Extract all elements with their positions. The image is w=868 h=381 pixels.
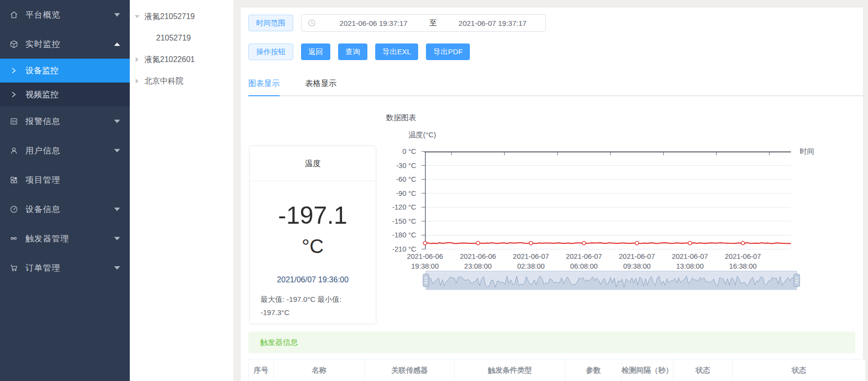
tab-table-view[interactable]: 表格显示 xyxy=(305,79,336,96)
caret-down-icon xyxy=(114,208,120,211)
content-card: 时间范围 2021-06-06 19:37:17 至 2021-06-07 19… xyxy=(240,7,864,381)
sidebar-item-trigger-mgmt[interactable]: 触发器管理 xyxy=(0,224,130,253)
realtime-submenu: 设备监控 视频监控 xyxy=(0,59,130,106)
datetime-range-input[interactable]: 2021-06-06 19:37:17 至 2021-06-07 19:37:1… xyxy=(301,14,546,32)
table-header-cell: 关联传感器 xyxy=(365,360,455,381)
time-range-row: 时间范围 2021-06-06 19:37:17 至 2021-06-07 19… xyxy=(248,14,863,32)
table-header-cell: 名称 xyxy=(274,360,365,381)
sidebar-item-device-info[interactable]: 设备信息 xyxy=(0,194,130,224)
alarm-icon xyxy=(9,116,19,126)
caret-right-icon xyxy=(135,57,140,62)
sidebar-item-realtime-monitor[interactable]: 实时监控 xyxy=(0,29,130,59)
y-axis-tick-label: -180 °C xyxy=(392,231,416,239)
end-datetime-value: 2021-06-07 19:37:17 xyxy=(440,19,545,27)
sidebar-subitem-label: 设备监控 xyxy=(25,65,59,76)
table-header-cell: 序号 xyxy=(249,360,274,381)
y-axis-tick-label: -150 °C xyxy=(392,217,416,225)
y-axis-tick-label: 0 °C xyxy=(403,148,416,155)
home-icon xyxy=(9,10,19,20)
table-header-cell: 参数 xyxy=(565,360,622,381)
y-axis-tick-label: -90 °C xyxy=(396,190,416,197)
temperature-value: -197.1 xyxy=(250,201,376,230)
cart-icon xyxy=(9,263,19,273)
trigger-table: 序号 名称 关联传感器 触发条件类型 参数 检测间隔（秒） 状态 状态 xyxy=(248,359,866,381)
y-axis-label: 温度(°C) xyxy=(408,130,436,140)
table-header-cell: 触发条件类型 xyxy=(455,360,565,381)
sidebar-item-label: 设备信息 xyxy=(25,204,114,215)
sidebar-item-alarm-info[interactable]: 报警信息 xyxy=(0,106,130,136)
caret-down-icon xyxy=(114,120,120,123)
trigger-info-title: 触发器信息 xyxy=(260,338,298,348)
trigger-info-header: 触发器信息 xyxy=(248,332,855,353)
sidebar-item-label: 项目管理 xyxy=(25,174,120,186)
temperature-unit: °C xyxy=(250,234,376,258)
tree-item-device[interactable]: 液氮21052719 xyxy=(130,6,233,27)
actions-label-chip[interactable]: 操作按钮 xyxy=(248,43,293,60)
tab-track-line xyxy=(248,95,863,96)
tree-item-label: 北京中科院 xyxy=(144,76,183,86)
x-axis-tick-label: 2021-06-0619:38:00 xyxy=(407,252,443,271)
export-excel-button[interactable]: 导出EXL xyxy=(375,43,418,60)
x-axis-tick-label: 2021-06-0716:38:00 xyxy=(725,252,761,271)
sidebar-item-platform-overview[interactable]: 平台概览 xyxy=(0,0,130,29)
tree-item-device[interactable]: 北京中科院 xyxy=(130,70,233,92)
y-axis-tick-label: -30 °C xyxy=(396,162,416,169)
sidebar-item-label: 平台概览 xyxy=(25,9,114,21)
sidebar-item-label: 用户信息 xyxy=(25,145,114,156)
sidebar-item-user-info[interactable]: 用户信息 xyxy=(0,136,130,165)
action-buttons-row: 操作按钮 返回 查询 导出EXL 导出PDF xyxy=(248,43,863,60)
x-axis-tick-label: 2021-06-0709:38:00 xyxy=(619,252,655,271)
tree-item-label: 液氮21052719 xyxy=(144,12,195,22)
user-icon xyxy=(9,146,19,155)
clock-icon xyxy=(308,19,316,27)
temperature-timestamp: 2021/06/07 19:36:00 xyxy=(250,275,376,285)
time-range-label-chip[interactable]: 时间范围 xyxy=(248,15,293,31)
tree-item-label: 21052719 xyxy=(156,34,191,42)
device-tree: 液氮21052719 21052719 液氮21022601 北京中科院 xyxy=(130,0,233,381)
y-axis-tick-label: -120 °C xyxy=(392,203,416,211)
main-sidebar: 平台概览 实时监控 设备监控 视频监控 报警信息 xyxy=(0,0,130,381)
sidebar-item-video-monitor[interactable]: 视频监控 xyxy=(0,83,130,106)
temperature-panel: 温度 -197.1 °C 2021/06/07 19:36:00 最大值: -1… xyxy=(249,146,376,324)
sidebar-item-device-monitor[interactable]: 设备监控 xyxy=(0,59,130,83)
x-axis-tick-label: 2021-06-0623:08:00 xyxy=(460,252,496,271)
y-axis-tick-label: -60 °C xyxy=(396,175,416,183)
caret-down-icon xyxy=(114,13,120,17)
tree-item-sensor[interactable]: 21052719 xyxy=(130,27,233,49)
x-axis-label: 时间 xyxy=(800,147,814,156)
back-button[interactable]: 返回 xyxy=(301,43,330,60)
datazoom-slider[interactable] xyxy=(426,271,803,291)
sidebar-item-label: 实时监控 xyxy=(25,39,114,50)
infinity-icon xyxy=(9,233,19,243)
sidebar-item-label: 触发器管理 xyxy=(25,233,114,244)
x-axis-tick-label: 2021-06-0706:08:00 xyxy=(566,252,602,271)
sidebar-item-project-mgmt[interactable]: 项目管理 xyxy=(0,165,130,194)
temperature-panel-title: 温度 xyxy=(250,146,376,181)
line-chart-plot xyxy=(425,151,794,252)
sidebar-item-label: 订单管理 xyxy=(25,262,114,274)
table-header-cell: 检测间隔（秒） xyxy=(622,360,673,381)
query-button[interactable]: 查询 xyxy=(338,43,367,60)
x-axis-tick-label: 2021-06-0713:08:00 xyxy=(672,252,708,271)
tree-item-device[interactable]: 液氮21022601 xyxy=(130,49,233,70)
chart-section: 数据图表 温度 -197.1 °C 2021/06/07 19:36:00 最大… xyxy=(241,96,863,327)
range-separator: 至 xyxy=(426,19,440,28)
caret-down-icon xyxy=(114,149,120,152)
caret-up-icon xyxy=(114,42,120,46)
caret-right-icon xyxy=(135,79,140,84)
chart-title: 数据图表 xyxy=(386,113,416,123)
x-axis-tick-label: 2021-06-0702:38:00 xyxy=(513,252,549,271)
cube-icon xyxy=(9,39,19,49)
view-tabs: 图表显示 表格显示 xyxy=(248,79,863,96)
export-pdf-button[interactable]: 导出PDF xyxy=(426,43,470,60)
sidebar-item-order-mgmt[interactable]: 订单管理 xyxy=(0,253,130,282)
chevron-right-icon xyxy=(9,91,19,98)
chevron-right-icon xyxy=(9,67,19,74)
sidebar-subitem-label: 视频监控 xyxy=(25,89,59,100)
grid-icon xyxy=(9,175,19,185)
temperature-minmax: 最大值: -197.0°C 最小值: -197.3°C xyxy=(261,293,348,319)
tab-chart-view[interactable]: 图表显示 xyxy=(248,79,280,96)
caret-down-icon xyxy=(135,15,140,18)
gauge-icon xyxy=(9,204,19,214)
table-header-row: 序号 名称 关联传感器 触发条件类型 参数 检测间隔（秒） 状态 状态 xyxy=(249,360,866,381)
